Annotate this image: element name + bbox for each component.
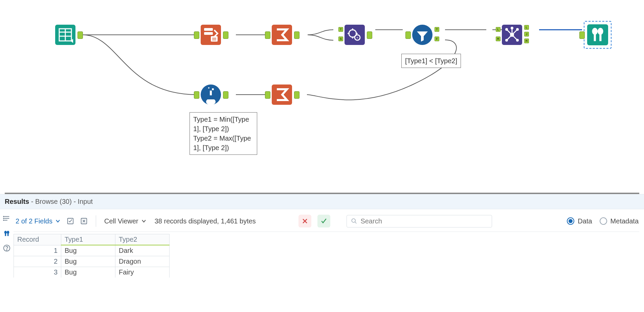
connections-layer (0, 0, 644, 193)
svg-rect-33 (599, 34, 601, 41)
view-mode-radios: Data Metadata (567, 217, 639, 225)
radio-metadata[interactable]: Metadata (600, 217, 639, 225)
svg-rect-29 (587, 24, 608, 45)
svg-point-26 (505, 39, 508, 42)
table-row[interactable]: 1 Bug Dark (14, 245, 170, 256)
svg-rect-2 (204, 28, 213, 31)
summarize-tool[interactable] (271, 24, 293, 46)
svg-text:+: + (356, 36, 358, 40)
search-input[interactable] (360, 217, 487, 225)
table-row[interactable]: 3 Bug Fairy (14, 267, 170, 278)
select-tool[interactable] (200, 24, 222, 46)
summarize-tool-2[interactable] (271, 83, 293, 106)
anchor-out[interactable] (294, 31, 299, 39)
browse-icon[interactable] (3, 230, 10, 238)
results-title: Results (5, 198, 29, 205)
col-type2[interactable]: Type2 (115, 234, 170, 245)
svg-point-24 (505, 28, 508, 31)
anchor-in[interactable] (579, 31, 585, 39)
table-row[interactable]: 2 Bug Dragon (14, 256, 170, 267)
anchor-out[interactable] (223, 31, 228, 39)
anchor-out[interactable] (223, 91, 228, 99)
apply-filter-button[interactable] (317, 215, 330, 227)
svg-point-25 (516, 28, 519, 31)
deselect-all-icon[interactable] (80, 217, 88, 225)
formula-tool[interactable] (200, 83, 222, 106)
svg-point-42 (3, 216, 4, 217)
separator (96, 215, 96, 227)
anchor-out[interactable] (77, 31, 83, 39)
anchor-out-join[interactable]: J (524, 32, 529, 37)
anchor-source[interactable]: S (338, 37, 343, 41)
col-type1[interactable]: Type1 (61, 234, 115, 245)
help-icon[interactable] (3, 244, 10, 253)
results-toolbar: 2 of 2 Fields Cell Viewer 38 records dis… (14, 212, 639, 232)
cell-viewer-dropdown[interactable]: Cell Viewer (104, 217, 147, 225)
anchor-in[interactable] (194, 31, 199, 39)
fields-dropdown[interactable]: 2 of 2 Fields (16, 217, 61, 225)
col-record[interactable]: Record (14, 234, 61, 245)
append-fields-tool[interactable]: + (343, 24, 366, 46)
radio-data[interactable]: Data (567, 217, 592, 225)
results-side-rail (0, 209, 14, 278)
results-grid[interactable]: Record Type1 Type2 1 Bug Dark 2 Bug Drag… (14, 234, 170, 278)
anchor-true[interactable]: T (435, 27, 439, 32)
anchor-in[interactable] (265, 31, 270, 39)
svg-rect-35 (210, 91, 212, 95)
svg-point-50 (6, 250, 7, 250)
svg-line-58 (355, 222, 356, 223)
svg-point-57 (352, 219, 355, 222)
select-all-icon[interactable] (67, 217, 74, 225)
header-row: Record Type1 Type2 (14, 234, 170, 245)
svg-point-45 (4, 231, 7, 234)
svg-point-28 (511, 27, 513, 29)
anchor-in[interactable] (194, 91, 199, 99)
results-header: Results - Browse (30) - Input (0, 194, 644, 209)
svg-point-30 (592, 28, 598, 35)
svg-rect-3 (204, 32, 213, 35)
anchor-left[interactable]: L (496, 27, 501, 32)
svg-point-31 (598, 28, 603, 35)
browse-tool[interactable] (584, 21, 612, 49)
svg-rect-47 (5, 234, 6, 236)
anchor-out-right[interactable]: R (524, 39, 529, 43)
anchor-out-left[interactable]: L (524, 25, 529, 30)
input-data-tool[interactable] (54, 24, 76, 46)
filter-annotation: [Type1] < [Type2] (401, 54, 461, 68)
svg-rect-32 (594, 34, 596, 41)
anchor-right[interactable]: R (496, 37, 501, 41)
chevron-down-icon (55, 218, 61, 224)
svg-rect-48 (7, 234, 9, 236)
svg-rect-8 (345, 25, 365, 45)
anchor-out[interactable] (367, 31, 372, 39)
clear-filter-button[interactable] (298, 215, 311, 227)
svg-point-46 (7, 231, 9, 234)
anchor-false[interactable]: F (435, 37, 439, 41)
chevron-down-icon (141, 218, 147, 224)
anchor-in[interactable] (265, 91, 270, 99)
filter-tool[interactable] (411, 24, 434, 46)
search-icon (351, 218, 357, 224)
results-subtitle: - Browse (30) - Input (29, 198, 93, 205)
svg-point-37 (208, 87, 209, 89)
anchor-in[interactable] (405, 31, 411, 39)
svg-point-43 (3, 218, 4, 219)
messages-icon[interactable] (3, 215, 10, 223)
search-box[interactable] (347, 215, 492, 227)
svg-point-27 (516, 39, 519, 42)
svg-rect-4 (211, 36, 218, 42)
anchor-target[interactable]: T (338, 27, 343, 32)
anchor-out[interactable] (294, 91, 299, 99)
record-status: 38 records displayed, 1,461 bytes (155, 217, 256, 225)
svg-point-44 (3, 220, 4, 221)
workflow-canvas[interactable]: + T S T F [Type1] < [Type2] L R L J R Ty… (0, 0, 644, 193)
formula-annotation: Type1 = Min([Type 1], [Type 2]) Type2 = … (190, 112, 257, 155)
svg-point-36 (212, 88, 214, 90)
join-tool[interactable] (501, 24, 523, 46)
